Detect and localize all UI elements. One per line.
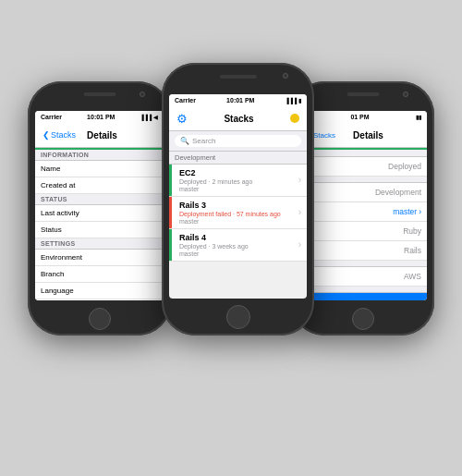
stack-name-rails4: Rails 4	[179, 233, 298, 242]
home-button-right[interactable]	[352, 308, 374, 330]
screen-center: Carrier 10:01 PM ▐▐▐ ▮ ⚙ Stacks 🔍 Search…	[169, 94, 307, 299]
stack-branch-ec2: master	[179, 186, 298, 192]
nav-title-center: Stacks	[224, 114, 253, 124]
search-bar[interactable]: 🔍 Search	[169, 131, 307, 152]
nav-bar-right: ❮ Stacks Details	[298, 124, 427, 148]
status-icons-left: ▐▐▐ ◀	[140, 114, 158, 120]
camera-left	[140, 92, 145, 97]
section-header-info: INFORMATION	[35, 150, 164, 161]
chevron-ec2: ›	[298, 175, 301, 185]
search-input[interactable]: 🔍 Search	[175, 135, 301, 147]
yellow-dot-icon	[290, 114, 299, 123]
search-icon: 🔍	[180, 137, 189, 145]
label-environment: Environment	[41, 253, 82, 262]
carrier-center: Carrier	[175, 97, 196, 104]
right-row-framework: Rails	[298, 241, 427, 261]
speaker-left	[83, 92, 116, 96]
section-header-status: STATUS	[35, 194, 164, 205]
stack-content-ec2: EC2 Deployed · 2 minutes ago master	[179, 168, 298, 192]
back-button-left[interactable]: ❮ Stacks	[43, 130, 76, 140]
stack-content-rails4: Rails 4 Deployed · 3 weeks ago master	[179, 233, 298, 257]
label-last-activity: Last activity	[41, 209, 79, 217]
value-aws: AWS	[404, 272, 421, 281]
camera-right	[403, 92, 408, 97]
phone-left: Carrier 10:01 PM ▐▐▐ ◀ ❮ Stacks Details …	[28, 81, 171, 336]
stack-status-rails4: Deployed · 3 weeks ago	[179, 243, 298, 250]
stack-name-rails3: Rails 3	[179, 201, 298, 210]
chevron-rails4: ›	[298, 239, 301, 250]
detail-row-language: Language	[35, 283, 164, 299]
stack-item-ec2[interactable]: EC2 Deployed · 2 minutes ago master ›	[169, 165, 307, 197]
home-button-left[interactable]	[89, 308, 111, 330]
stack-name-ec2: EC2	[179, 168, 298, 177]
label-branch: Branch	[41, 270, 64, 278]
right-row-lang: Ruby	[298, 222, 427, 241]
stack-status-ec2: Deployed · 2 minutes ago	[179, 178, 298, 185]
stack-branch-rails3: master	[179, 218, 298, 225]
nav-bar-center: ⚙ Stacks	[169, 107, 307, 131]
list-section-header: Development	[169, 152, 307, 165]
time-left: 10:01 PM	[87, 114, 115, 120]
stack-status-rails3: Deployment failed · 57 minutes ago	[179, 211, 298, 217]
detail-row-name: Name	[35, 161, 164, 177]
detail-row-branch: Branch	[35, 266, 164, 283]
nav-title-right: Details	[353, 130, 383, 140]
value-deployed: Deployed	[388, 162, 421, 171]
detail-row-status: Status	[35, 222, 164, 238]
chevron-left-icon: ❮	[43, 130, 50, 140]
spacer2-right	[298, 177, 427, 183]
value-framework: Rails	[404, 246, 421, 255]
detail-row-framework: Framework	[35, 299, 164, 300]
right-row-env: Development	[298, 183, 427, 202]
label-name: Name	[41, 165, 60, 173]
value-lang: Ruby	[403, 226, 421, 236]
status-icons-center: ▐▐▐ ▮	[286, 97, 301, 104]
label-status: Status	[41, 226, 62, 234]
nav-title-left: Details	[87, 130, 117, 140]
gear-icon[interactable]: ⚙	[176, 112, 188, 126]
label-language: Language	[41, 287, 74, 295]
speaker-right	[346, 92, 379, 96]
status-bar-center: Carrier 10:01 PM ▐▐▐ ▮	[169, 94, 307, 107]
status-bar-left: Carrier 10:01 PM ▐▐▐ ◀	[35, 111, 164, 124]
label-created-at: Created at	[41, 181, 75, 189]
right-row-branch: master ›	[298, 202, 427, 222]
indicator-ec2	[169, 165, 172, 196]
spacer3-right	[298, 261, 427, 267]
chevron-rails3: ›	[298, 207, 301, 217]
search-placeholder: Search	[192, 137, 215, 145]
nav-bar-left: ❮ Stacks Details	[35, 124, 164, 148]
screen-right: 01 PM ▮▮ ❮ Stacks Details Deployed Devel…	[298, 111, 427, 300]
value-env: Development	[375, 188, 421, 197]
indicator-rails3	[169, 197, 172, 228]
spacer-right	[298, 150, 427, 157]
status-bar-right: 01 PM ▮▮	[298, 111, 427, 124]
camera-center	[283, 73, 288, 79]
time-center: 10:01 PM	[226, 97, 254, 104]
stack-content-rails3: Rails 3 Deployment failed · 57 minutes a…	[179, 201, 298, 225]
status-icons-right: ▮▮	[416, 114, 421, 120]
speaker-center	[220, 75, 257, 79]
value-branch: master ›	[393, 207, 421, 216]
back-label-left: Stacks	[51, 130, 76, 140]
indicator-rails4	[169, 229, 172, 261]
carrier-left: Carrier	[41, 114, 62, 120]
phone-center: Carrier 10:01 PM ▐▐▐ ▮ ⚙ Stacks 🔍 Search…	[162, 63, 314, 336]
stack-item-rails4[interactable]: Rails 4 Deployed · 3 weeks ago master ›	[169, 229, 307, 262]
spacer4-right	[298, 287, 427, 293]
detail-row-activity: Last activity	[35, 205, 164, 222]
right-row-deployed: Deployed	[298, 157, 427, 177]
screen-left: Carrier 10:01 PM ▐▐▐ ◀ ❮ Stacks Details …	[35, 111, 164, 300]
home-button-center[interactable]	[226, 305, 250, 329]
section-header-settings: SETTINGS	[35, 238, 164, 250]
time-right: 01 PM	[350, 114, 369, 120]
maintenance-mode-button[interactable]: tenance Mode	[298, 293, 427, 300]
right-row-aws: AWS	[298, 267, 427, 287]
detail-row-environment: Environment	[35, 250, 164, 266]
detail-row-created: Created at	[35, 177, 164, 194]
stack-branch-rails4: master	[179, 250, 298, 257]
stack-item-rails3[interactable]: Rails 3 Deployment failed · 57 minutes a…	[169, 197, 307, 229]
